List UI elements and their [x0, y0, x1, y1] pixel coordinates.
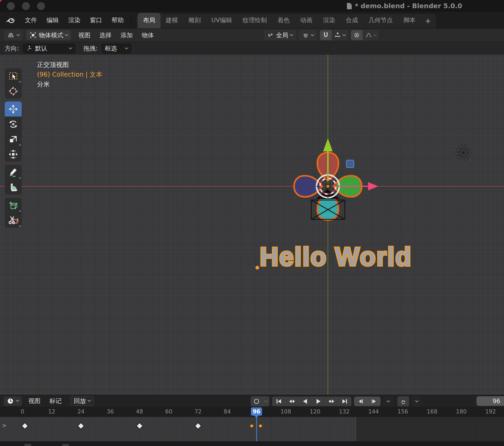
selected-keyframe-diamond[interactable]	[258, 424, 263, 428]
next-keyframe-button[interactable]	[325, 397, 338, 406]
keyframe-diamond[interactable]	[21, 422, 29, 430]
tab-layout[interactable]: 布局	[138, 13, 161, 28]
object-menu[interactable]: 物体	[142, 31, 154, 39]
snap-settings-dropdown[interactable]	[332, 30, 348, 40]
pivot-point-icon	[302, 32, 309, 39]
ruler-tick-label: 168	[427, 408, 437, 415]
tab-animation[interactable]: 动画	[295, 13, 318, 28]
timeline-snap-icon	[400, 398, 407, 405]
playback-popover-button[interactable]: 回放	[70, 396, 94, 406]
menu-edit[interactable]: 编辑	[47, 16, 59, 24]
tab-geometry-nodes[interactable]: 几何节点	[363, 13, 398, 28]
menu-file[interactable]: 文件	[25, 16, 37, 24]
timeline-marker-menu[interactable]: 标记	[49, 397, 62, 405]
snap-toggle[interactable]	[320, 30, 332, 40]
viewport-editor-icon	[7, 31, 15, 39]
menu-render[interactable]: 渲染	[68, 16, 80, 24]
current-frame-field[interactable]: 96	[476, 396, 504, 406]
timeline-ruler[interactable]: 0122436486072841081201321441561681801929…	[0, 407, 504, 417]
drag-mode-value: 框选	[105, 44, 117, 53]
auto-keying-dropdown[interactable]	[262, 396, 269, 406]
prev-keyframe-button[interactable]	[285, 397, 299, 406]
ruler-tick-label: 84	[224, 408, 231, 415]
active-object-breadcrumb: (96) Collection | 文本	[37, 70, 102, 80]
ruler-tick-label: 12	[48, 408, 55, 415]
current-frame-badge[interactable]: 96	[251, 407, 262, 416]
keyframe-diamond[interactable]	[77, 422, 85, 430]
text-object-hello-world[interactable]: Hello World	[260, 242, 412, 271]
proportional-falloff-dropdown[interactable]	[363, 30, 379, 40]
3d-cursor-icon	[8, 86, 18, 96]
add-menu[interactable]: 添加	[121, 31, 133, 39]
annotate-tool-button[interactable]	[5, 165, 22, 180]
timeline-view-menu[interactable]: 视图	[28, 397, 40, 405]
add-workspace-button[interactable]: +	[421, 14, 435, 28]
drag-orientation-dropdown[interactable]: 默认	[23, 44, 75, 53]
3d-viewport[interactable]: Hello World 正交顶视图 (96) Collection | 文本 分…	[0, 55, 504, 395]
timeline-editor-dropdown[interactable]	[4, 396, 22, 406]
drag-mode-dropdown[interactable]: 框选	[102, 44, 131, 53]
timeline-snap-dropdown[interactable]	[412, 397, 422, 406]
tab-compositing[interactable]: 合成	[341, 13, 363, 28]
tab-modeling[interactable]: 建模	[161, 13, 183, 28]
pivot-point-dropdown[interactable]	[299, 30, 317, 40]
timeline-channels[interactable]: >	[0, 417, 504, 441]
mode-dropdown[interactable]: 物体模式	[26, 30, 71, 40]
auto-keying-toggle[interactable]	[251, 396, 262, 406]
tab-sculpting[interactable]: 雕刻	[183, 13, 206, 28]
add-cube-tool-button[interactable]	[5, 198, 22, 213]
play-button[interactable]	[312, 397, 325, 406]
tab-rendering[interactable]: 渲染	[318, 13, 341, 28]
scissors-cut-icon	[8, 215, 18, 225]
select-menu[interactable]: 选择	[99, 31, 112, 39]
menu-help[interactable]: 帮助	[112, 16, 124, 24]
ruler-tick-label: 180	[456, 408, 467, 415]
tool-settings-bar: 方向: 默认 拖拽: 框选	[0, 42, 504, 55]
transform-orientation-dropdown[interactable]: 全局	[264, 30, 296, 40]
tab-uv-editing[interactable]: UV编辑	[206, 13, 237, 28]
tab-shading[interactable]: 着色	[272, 13, 295, 28]
view-menu[interactable]: 视图	[78, 31, 90, 39]
playback-sync-dropdown[interactable]	[383, 397, 393, 406]
select-box-tool-button[interactable]	[5, 68, 22, 83]
step-back-button[interactable]	[354, 397, 367, 406]
timeline-snap-toggle[interactable]	[397, 396, 409, 406]
light-object[interactable]	[456, 145, 471, 160]
cursor-tool-button[interactable]	[5, 83, 22, 99]
play-reverse-button[interactable]	[299, 397, 312, 406]
timeline-clock-icon	[7, 397, 14, 405]
move-tool-button[interactable]	[5, 101, 22, 117]
annotate-pencil-icon	[8, 167, 18, 177]
keyframe-diamond[interactable]	[136, 422, 143, 430]
ruler-tick-label: 48	[136, 408, 143, 415]
measure-tool-button[interactable]	[5, 180, 22, 195]
proportional-editing-toggle[interactable]	[351, 30, 363, 40]
proportional-editing-icon	[353, 32, 360, 39]
channel-expand-arrow[interactable]: >	[2, 422, 7, 429]
menu-window[interactable]: 窗口	[90, 16, 102, 24]
gizmo-plane-handle[interactable]	[346, 160, 354, 168]
scale-tool-button[interactable]	[5, 132, 22, 147]
jump-to-end-button[interactable]	[338, 397, 351, 406]
ruler-tick-label: 156	[397, 408, 408, 415]
ruler-tick-label: 0	[21, 408, 24, 415]
keyframe-diamond[interactable]	[194, 422, 201, 430]
tab-texture-paint[interactable]: 纹理绘制	[237, 13, 272, 28]
step-forward-button[interactable]	[367, 397, 381, 406]
topbar: 文件 编辑 渲染 窗口 帮助 布局 建模 雕刻 UV编辑 纹理绘制 着色 动画 …	[0, 12, 504, 28]
rotate-tool-button[interactable]	[5, 117, 22, 132]
close-window-button[interactable]	[7, 2, 15, 10]
ruler-tick-label: 60	[165, 408, 172, 415]
jump-to-start-button[interactable]	[272, 397, 285, 406]
blender-window: * demo.blend - Blender 5.0.0 文件 编辑 渲染 窗口…	[0, 0, 504, 446]
minimize-window-button[interactable]	[22, 2, 30, 10]
record-circle-icon	[253, 398, 260, 405]
playhead-line[interactable]	[256, 417, 257, 441]
editor-type-dropdown[interactable]	[4, 30, 22, 40]
scene-canvas[interactable]: Hello World	[0, 55, 504, 395]
transform-tool-button[interactable]	[5, 147, 22, 162]
selected-keyframe-diamond[interactable]	[249, 424, 254, 428]
zoom-window-button[interactable]	[37, 2, 45, 10]
tab-scripting[interactable]: 脚本	[398, 13, 421, 28]
cut-tool-button[interactable]	[5, 213, 22, 228]
